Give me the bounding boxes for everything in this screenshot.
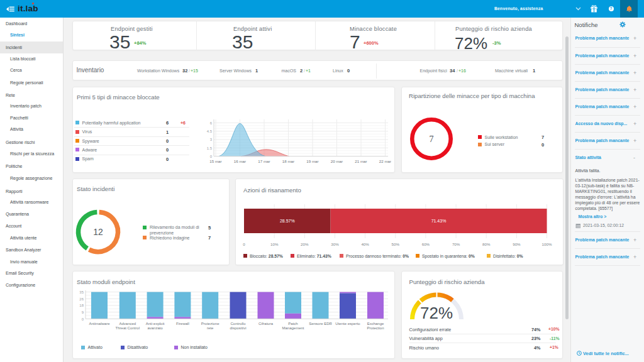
svg-text:Sensore EDR: Sensore EDR [309,322,332,326]
svg-text:35: 35 [79,290,84,294]
svg-text:26: 26 [79,297,84,301]
svg-text:Anti-exploit: Anti-exploit [146,322,165,326]
svg-text:1.5: 1.5 [207,146,213,150]
svg-text:Antimalware: Antimalware [89,322,110,326]
svg-text:71.43%: 71.43% [431,219,447,223]
svg-text:Controllo: Controllo [230,322,246,326]
svg-text:Management: Management [282,326,304,330]
svg-text:0: 0 [210,155,213,158]
svg-text:20%: 20% [301,242,309,246]
svg-text:30%: 30% [331,242,339,246]
svg-text:Exchange: Exchange [367,322,384,326]
svg-text:21 mar: 21 mar [355,159,367,163]
svg-text:70%: 70% [452,242,460,246]
svg-text:Threat Control: Threat Control [116,326,140,330]
svg-text:28.57%: 28.57% [280,219,295,223]
svg-text:16 mar: 16 mar [234,159,246,163]
svg-text:80%: 80% [482,242,491,246]
svg-text:17 mar: 17 mar [258,159,270,163]
svg-text:Cifratura: Cifratura [258,322,274,326]
svg-text:90%: 90% [513,242,521,246]
svg-text:Advanced: Advanced [119,322,136,326]
svg-text:0: 0 [82,317,84,321]
svg-text:4.5: 4.5 [207,129,213,133]
svg-text:22 mar: 22 mar [379,159,391,163]
svg-text:dispositivi: dispositivi [230,326,246,330]
svg-text:10%: 10% [270,242,279,246]
svg-text:100%: 100% [542,242,552,246]
svg-text:60%: 60% [422,242,430,246]
svg-text:0: 0 [243,242,245,246]
svg-text:Utente esperto: Utente esperto [335,322,360,326]
svg-text:12: 12 [93,227,103,237]
svg-text:18 mar: 18 mar [282,159,294,163]
svg-text:20 mar: 20 mar [331,159,343,163]
svg-text:9: 9 [82,310,84,314]
svg-text:18: 18 [79,304,84,307]
svg-text:7: 7 [430,134,434,144]
svg-text:avanzato: avanzato [147,326,163,330]
svg-text:3: 3 [210,138,213,141]
svg-text:19 mar: 19 mar [306,159,318,163]
svg-text:50%: 50% [392,242,400,246]
svg-text:40%: 40% [361,242,369,246]
svg-text:Patch: Patch [288,322,297,326]
svg-text:Protection: Protection [367,326,384,330]
svg-text:Protezione: Protezione [201,322,219,326]
svg-text:Firewall: Firewall [176,322,189,326]
svg-text:rete: rete [207,326,214,330]
svg-text:15 mar: 15 mar [209,159,221,163]
svg-text:6: 6 [210,121,213,125]
